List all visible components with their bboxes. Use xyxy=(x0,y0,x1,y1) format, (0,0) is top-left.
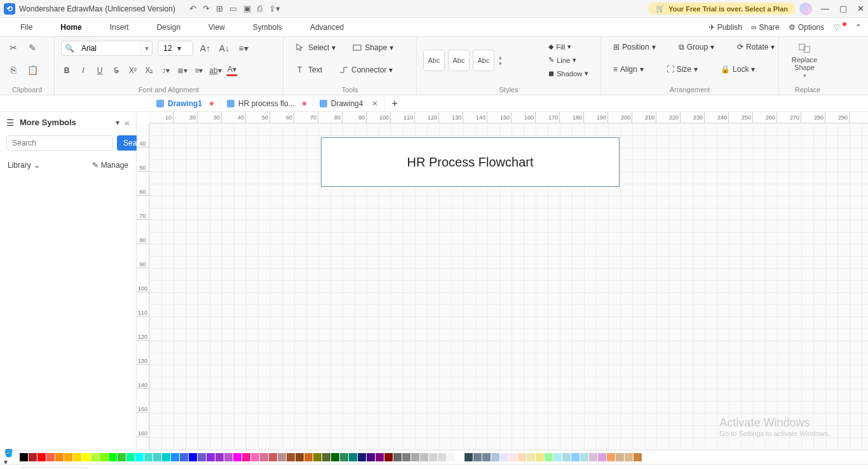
menu-tab-view[interactable]: View xyxy=(194,18,239,37)
print-icon[interactable]: ⎙ xyxy=(257,4,262,13)
connector-tool[interactable]: Connector▾ xyxy=(333,63,398,77)
color-swatch[interactable] xyxy=(438,453,446,461)
title-shape[interactable]: HR Process Flowchart xyxy=(321,137,620,187)
close-button[interactable]: ✕ xyxy=(857,4,864,13)
underline-icon[interactable]: U xyxy=(94,65,105,76)
font-family-select[interactable]: 🔍▾ xyxy=(61,41,153,56)
color-swatch[interactable] xyxy=(598,453,606,461)
color-swatch[interactable] xyxy=(82,453,90,461)
collapse-sidebar-icon[interactable]: « xyxy=(125,117,130,128)
color-swatch[interactable] xyxy=(144,453,153,461)
color-swatch[interactable] xyxy=(607,453,615,461)
doc-tab[interactable]: Drawing4✕ xyxy=(313,95,386,112)
color-swatch[interactable] xyxy=(153,453,161,461)
minimize-button[interactable]: — xyxy=(821,4,829,13)
cut-icon[interactable]: ✂ xyxy=(6,41,20,55)
line-button[interactable]: ✎ Line▾ xyxy=(543,54,594,66)
color-swatch[interactable] xyxy=(509,453,517,461)
add-tab-button[interactable]: + xyxy=(385,98,403,109)
decrease-font-icon[interactable]: A↓ xyxy=(217,41,231,55)
color-swatch[interactable] xyxy=(29,453,37,461)
rotate-button[interactable]: ⟳ Rotate▾ xyxy=(731,41,780,53)
redo-icon[interactable]: ↷ xyxy=(203,4,210,13)
color-swatch[interactable] xyxy=(393,453,402,461)
group-button[interactable]: ⧉ Group▾ xyxy=(673,41,720,53)
color-swatch[interactable] xyxy=(322,453,330,461)
font-size-input[interactable] xyxy=(158,44,177,53)
font-color-icon[interactable]: A▾ xyxy=(226,65,238,76)
color-swatch[interactable] xyxy=(242,453,250,461)
color-swatch[interactable] xyxy=(287,453,295,461)
doc-tab[interactable]: Drawing1 xyxy=(150,95,220,112)
shape-tool[interactable]: Shape▾ xyxy=(346,41,399,55)
color-swatch[interactable] xyxy=(269,453,277,461)
align-button[interactable]: ≡ Align▾ xyxy=(607,63,649,76)
color-swatch[interactable] xyxy=(260,453,268,461)
menu-tab-design[interactable]: Design xyxy=(143,18,194,37)
color-swatch[interactable] xyxy=(304,453,313,461)
color-swatch[interactable] xyxy=(189,453,197,461)
color-swatch[interactable] xyxy=(473,453,482,461)
symbols-menu-icon[interactable]: ☰ xyxy=(6,118,15,128)
publish-button[interactable]: ✈Publish xyxy=(709,23,742,32)
color-swatch[interactable] xyxy=(198,453,206,461)
share-button[interactable]: ∞Share xyxy=(751,23,780,32)
font-family-input[interactable] xyxy=(78,44,141,53)
style-up-icon[interactable]: ▴ xyxy=(499,54,502,60)
color-swatch[interactable] xyxy=(402,453,410,461)
menu-tab-advanced[interactable]: Advanced xyxy=(296,18,358,37)
color-swatch[interactable] xyxy=(491,453,499,461)
color-swatch[interactable] xyxy=(135,453,144,461)
increase-font-icon[interactable]: A↑ xyxy=(198,41,212,55)
close-tab-icon[interactable]: ✕ xyxy=(372,99,378,108)
style-preset-2[interactable]: Abc xyxy=(448,50,470,71)
color-swatch[interactable] xyxy=(545,453,553,461)
avatar[interactable] xyxy=(799,3,812,15)
color-swatch[interactable] xyxy=(358,453,366,461)
canvas[interactable]: HR Process Flowchart xyxy=(149,123,868,450)
color-swatch[interactable] xyxy=(171,453,179,461)
color-swatch[interactable] xyxy=(571,453,580,461)
options-button[interactable]: ⚙Options xyxy=(789,23,824,32)
fill-button[interactable]: ◆ Fill▾ xyxy=(543,41,594,53)
color-swatch[interactable] xyxy=(616,453,624,461)
color-swatch[interactable] xyxy=(340,453,348,461)
linespacing-icon[interactable]: ≣▾ xyxy=(177,65,188,76)
color-swatch[interactable] xyxy=(500,453,508,461)
color-swatch[interactable] xyxy=(349,453,357,461)
color-swatch[interactable] xyxy=(465,453,473,461)
save-icon[interactable]: ▣ xyxy=(243,4,251,13)
color-swatch[interactable] xyxy=(420,453,428,461)
color-swatch[interactable] xyxy=(429,453,437,461)
color-swatch[interactable] xyxy=(411,453,419,461)
color-swatch[interactable] xyxy=(634,453,642,461)
color-swatch[interactable] xyxy=(527,453,535,461)
color-swatch[interactable] xyxy=(295,453,304,461)
undo-icon[interactable]: ↶ xyxy=(189,4,196,13)
style-down-icon[interactable]: ▾ xyxy=(499,60,502,67)
color-swatch[interactable] xyxy=(553,453,562,461)
menu-tab-insert[interactable]: Insert xyxy=(96,18,143,37)
spacing-icon[interactable]: ↕▾ xyxy=(160,65,172,76)
copy-icon[interactable]: ⎘ xyxy=(6,63,20,77)
bold-icon[interactable]: B xyxy=(61,65,72,76)
color-swatch[interactable] xyxy=(224,453,233,461)
menu-tab-symbols[interactable]: Symbols xyxy=(239,18,296,37)
color-swatch[interactable] xyxy=(482,453,491,461)
color-swatch[interactable] xyxy=(278,453,286,461)
color-swatch[interactable] xyxy=(73,453,81,461)
font-size-select[interactable]: ▾ xyxy=(158,41,193,56)
fill-bucket-icon[interactable]: 🪣▾ xyxy=(4,452,17,463)
style-preset-3[interactable]: Abc xyxy=(473,50,494,71)
select-tool[interactable]: Select▾ xyxy=(290,41,341,55)
color-swatch[interactable] xyxy=(456,453,464,461)
color-swatch[interactable] xyxy=(589,453,597,461)
color-swatch[interactable] xyxy=(233,453,241,461)
color-swatch[interactable] xyxy=(251,453,259,461)
italic-icon[interactable]: I xyxy=(78,65,89,76)
color-swatch[interactable] xyxy=(215,453,224,461)
color-swatch[interactable] xyxy=(367,453,375,461)
color-swatch[interactable] xyxy=(162,453,170,461)
notification-icon[interactable]: ♡ xyxy=(833,23,846,32)
paste-icon[interactable]: 📋 xyxy=(25,63,39,77)
